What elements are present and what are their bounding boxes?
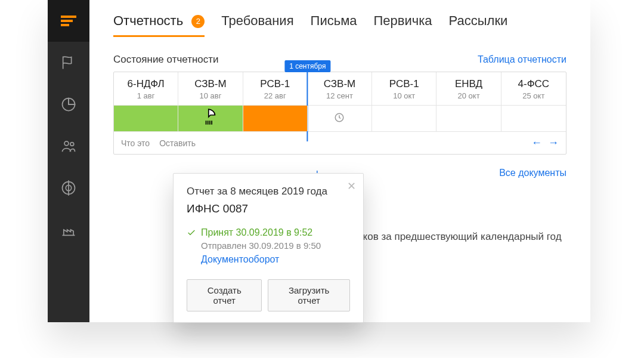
clock-icon — [334, 112, 345, 125]
today-label: 1 сентября — [284, 60, 330, 72]
timeline-prev[interactable]: ← — [531, 137, 542, 149]
timeline-header: 6-НДФЛ 1 авг СЗВ-М 10 авг РСВ-1 22 авг С… — [114, 72, 566, 105]
section-title: Состояние отчетности — [113, 54, 219, 66]
section-head: Состояние отчетности Таблица отчетности — [113, 54, 566, 66]
timeline-next[interactable]: → — [548, 137, 559, 149]
timeline-cell[interactable]: 6-НДФЛ 1 авг — [114, 72, 178, 105]
tab-reports[interactable]: Отчетность 2 — [113, 13, 205, 37]
status-empty[interactable] — [372, 106, 436, 131]
logo[interactable] — [48, 0, 89, 42]
timeline-cell[interactable]: 4-ФСС 25 окт — [501, 72, 566, 105]
tab-newsletters[interactable]: Рассылки — [449, 13, 508, 37]
status-pending[interactable] — [308, 106, 372, 131]
docflow-link[interactable]: Документооборот — [201, 254, 279, 265]
tab-letters[interactable]: Письма — [311, 13, 357, 37]
timeline-cell[interactable]: РСВ-1 10 окт — [372, 72, 436, 105]
accepted-status: Принят 30.09.2019 в 9:52 — [187, 227, 350, 238]
status-done[interactable] — [114, 106, 178, 131]
keep-link[interactable]: Оставить — [159, 138, 196, 148]
status-done[interactable] — [178, 106, 243, 131]
tab-primary[interactable]: Первичка — [374, 13, 432, 37]
sidebar-people-icon[interactable] — [48, 125, 89, 167]
tab-badge: 2 — [191, 15, 205, 28]
svg-point-1 — [70, 143, 74, 146]
sent-status: Отправлен 30.09.2019 в 9:50 — [201, 240, 350, 251]
sidebar-piechart-icon[interactable] — [48, 84, 89, 125]
status-empty[interactable] — [501, 106, 566, 131]
close-icon[interactable]: ✕ — [347, 180, 356, 193]
status-overdue[interactable] — [243, 106, 308, 131]
timeline-cell[interactable]: СЗВ-М 10 авг — [178, 72, 243, 105]
check-icon — [187, 228, 196, 237]
all-docs-link[interactable]: Все документы — [499, 168, 566, 178]
pointer-cursor-icon — [203, 108, 218, 129]
upload-report-button[interactable]: Загрузить отчет — [268, 279, 350, 311]
what-is-this-link[interactable]: Что это — [121, 138, 150, 148]
reports-table-link[interactable]: Таблица отчетности — [478, 54, 566, 65]
create-report-button[interactable]: Создать отчет — [187, 279, 262, 311]
top-tabs: Отчетность 2 Требования Письма Первичка … — [113, 13, 566, 37]
status-empty[interactable] — [436, 106, 501, 131]
timeline-footer: Что это Оставить ← → — [114, 131, 566, 154]
popup-org: ИФНС 0087 — [187, 202, 350, 215]
popup-title: Отчет за 8 месяцев 2019 года — [187, 186, 350, 197]
sidebar — [48, 0, 89, 322]
sidebar-target-icon[interactable] — [48, 167, 89, 209]
timeline-status-row — [114, 105, 566, 131]
tab-requirements[interactable]: Требования — [221, 13, 293, 37]
svg-point-0 — [64, 141, 69, 146]
tab-label: Отчетность — [113, 13, 183, 28]
timeline-cell[interactable]: ЕНВД 20 окт — [436, 72, 501, 105]
timeline: 1 сентября 6-НДФЛ 1 авг СЗВ-М 10 авг РСВ… — [113, 72, 566, 155]
logo-icon — [61, 16, 76, 26]
sidebar-flag-icon[interactable] — [48, 42, 89, 84]
sidebar-factory-icon[interactable] — [48, 209, 89, 251]
timeline-nav: ← → — [531, 137, 559, 149]
report-popup: ✕ Отчет за 8 месяцев 2019 года ИФНС 0087… — [173, 173, 364, 323]
